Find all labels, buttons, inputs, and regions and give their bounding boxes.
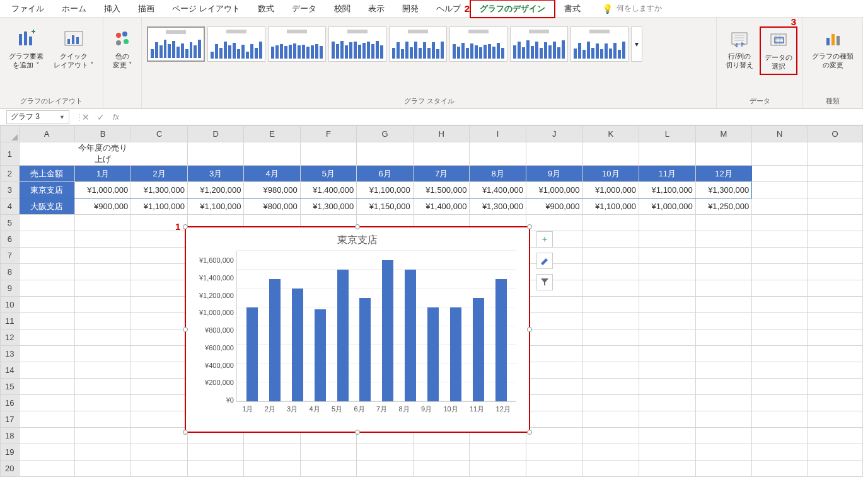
chart-styles-button[interactable] — [536, 253, 553, 269]
column-header[interactable]: L — [639, 126, 696, 142]
cell[interactable]: 2月 — [131, 166, 188, 182]
cell[interactable] — [695, 248, 752, 264]
confirm-formula-button[interactable]: ✓ — [93, 112, 108, 122]
row-header[interactable]: 13 — [1, 346, 20, 362]
cell[interactable] — [752, 297, 808, 313]
cell[interactable]: ¥1,100,000 — [639, 182, 696, 198]
resize-handle[interactable] — [183, 224, 188, 229]
row-header[interactable]: 19 — [1, 444, 20, 461]
select-all-corner[interactable] — [1, 126, 20, 142]
cell[interactable] — [752, 461, 808, 477]
cell[interactable] — [582, 280, 639, 297]
row-header[interactable]: 17 — [1, 411, 20, 428]
cell[interactable] — [752, 428, 808, 444]
cell[interactable] — [131, 248, 188, 264]
cell[interactable] — [244, 461, 300, 477]
worksheet-grid[interactable]: ABCDEFGHIJKLMNO 1今年度の売り上げ2売上金額1月2月3月4月5月… — [0, 125, 863, 477]
menu-insert[interactable]: 挿入 — [95, 1, 129, 17]
cell[interactable] — [808, 166, 863, 182]
row-header[interactable]: 4 — [1, 198, 20, 215]
cell[interactable] — [752, 329, 808, 346]
cell[interactable] — [695, 329, 752, 346]
row-header[interactable]: 16 — [1, 395, 20, 411]
chart-bar[interactable] — [495, 279, 507, 401]
cell[interactable] — [752, 395, 808, 411]
cell[interactable] — [187, 444, 244, 461]
cell[interactable]: 4月 — [244, 166, 300, 182]
cell[interactable] — [19, 313, 74, 329]
cell[interactable]: 大阪支店 — [19, 198, 74, 215]
cell[interactable] — [131, 346, 188, 362]
chart-title[interactable]: 東京支店 — [186, 227, 529, 251]
cell[interactable] — [639, 411, 696, 428]
cell[interactable] — [752, 198, 808, 215]
chart-plot-area[interactable] — [236, 251, 516, 402]
cell[interactable] — [131, 411, 188, 428]
chart-style-thumb[interactable] — [147, 26, 205, 62]
cell[interactable] — [582, 379, 639, 395]
cell[interactable] — [526, 142, 582, 166]
cell[interactable] — [526, 395, 582, 411]
cell[interactable] — [19, 215, 74, 231]
column-header[interactable]: F — [300, 126, 357, 142]
column-header[interactable]: C — [131, 126, 188, 142]
column-header[interactable]: E — [244, 126, 300, 142]
cell[interactable] — [526, 428, 582, 444]
cell[interactable] — [808, 215, 863, 231]
cell[interactable]: ¥1,300,000 — [131, 182, 188, 198]
cell[interactable] — [808, 280, 863, 297]
column-header[interactable]: D — [187, 126, 244, 142]
cell[interactable]: 8月 — [470, 166, 526, 182]
chart-elements-button[interactable]: ＋ — [536, 231, 553, 248]
cell[interactable] — [582, 346, 639, 362]
cell[interactable] — [74, 215, 131, 231]
column-header[interactable]: H — [413, 126, 470, 142]
cell[interactable] — [695, 362, 752, 379]
cell[interactable]: 10月 — [582, 166, 639, 182]
cell[interactable] — [470, 142, 526, 166]
cell[interactable] — [639, 461, 696, 477]
chart-bar[interactable] — [405, 270, 416, 401]
chart-styles-more-button[interactable]: ▾ — [631, 26, 642, 62]
formula-input[interactable] — [124, 110, 863, 124]
cell[interactable]: 東京支店 — [19, 182, 74, 198]
cell[interactable] — [244, 142, 300, 166]
switch-row-col-button[interactable]: 行/列の 切り替え — [722, 26, 757, 72]
cell[interactable] — [752, 379, 808, 395]
cell[interactable] — [752, 346, 808, 362]
cell[interactable] — [357, 444, 414, 461]
cell[interactable] — [74, 379, 131, 395]
cell[interactable] — [639, 264, 696, 280]
cell[interactable]: 1月 — [74, 166, 131, 182]
row-header[interactable]: 12 — [1, 329, 20, 346]
cell[interactable] — [187, 461, 244, 477]
resize-handle[interactable] — [527, 327, 532, 332]
cell[interactable] — [752, 248, 808, 264]
cell[interactable] — [582, 313, 639, 329]
cell[interactable] — [695, 264, 752, 280]
cell[interactable] — [639, 444, 696, 461]
chart-style-thumb[interactable] — [328, 26, 386, 62]
cell[interactable] — [19, 231, 74, 248]
chart-styles-gallery[interactable]: ▾ — [147, 21, 711, 94]
cell[interactable] — [74, 297, 131, 313]
cell[interactable] — [639, 428, 696, 444]
cell[interactable] — [808, 428, 863, 444]
cell[interactable] — [19, 411, 74, 428]
row-header[interactable]: 15 — [1, 379, 20, 395]
cell[interactable] — [19, 428, 74, 444]
cell[interactable] — [639, 248, 696, 264]
resize-handle[interactable] — [183, 327, 188, 332]
chart-style-thumb[interactable] — [510, 26, 568, 62]
cell[interactable] — [357, 461, 414, 477]
cell[interactable] — [639, 215, 696, 231]
row-header[interactable]: 5 — [1, 215, 20, 231]
row-header[interactable]: 2 — [1, 166, 20, 182]
cell[interactable] — [582, 297, 639, 313]
cell[interactable] — [582, 444, 639, 461]
cell[interactable] — [19, 142, 74, 166]
chart-style-thumb[interactable] — [449, 26, 507, 62]
cell[interactable] — [131, 362, 188, 379]
cell[interactable]: 6月 — [357, 166, 414, 182]
cell[interactable] — [526, 231, 582, 248]
